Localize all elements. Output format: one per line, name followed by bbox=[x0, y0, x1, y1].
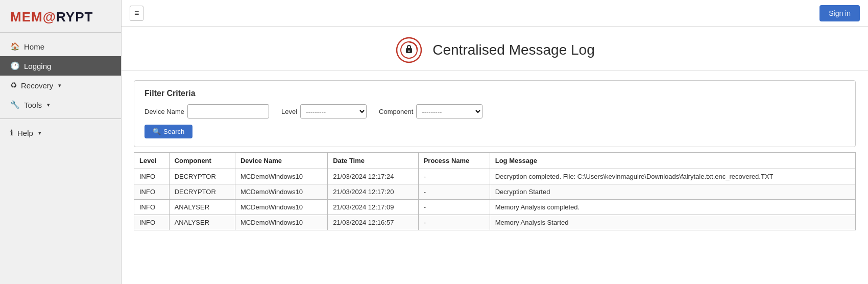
sidebar-item-tools[interactable]: 🔧 Tools ▾ bbox=[0, 95, 121, 114]
cell-level: INFO bbox=[134, 215, 170, 230]
tools-caret-icon: ▾ bbox=[47, 102, 50, 108]
table-row: INFOANALYSERMCDemoWindows1021/03/2024 12… bbox=[134, 200, 856, 215]
search-button[interactable]: 🔍 Search bbox=[144, 125, 192, 138]
cell-log-message: Decryption completed. File: C:\Users\kev… bbox=[490, 169, 855, 184]
cell-level: INFO bbox=[134, 200, 170, 215]
sidebar-item-home-label: Home bbox=[24, 42, 44, 51]
cell-date-time: 21/03/2024 12:17:24 bbox=[328, 169, 419, 184]
cell-process-name: - bbox=[418, 184, 490, 200]
device-name-group: Device Name bbox=[144, 104, 269, 119]
level-label: Level bbox=[281, 108, 297, 115]
cell-device-name: MCDemoWindows10 bbox=[235, 200, 327, 215]
header-logo-icon bbox=[395, 36, 423, 64]
table-body: INFODECRYPTORMCDemoWindows1021/03/2024 1… bbox=[134, 169, 856, 230]
sidebar-item-logging[interactable]: 🕐 Logging bbox=[0, 56, 121, 76]
cell-log-message: Memory Analysis completed. bbox=[490, 200, 855, 215]
sidebar-item-tools-label: Tools bbox=[24, 101, 42, 109]
filter-criteria-title: Filter Criteria bbox=[144, 89, 845, 98]
logging-icon: 🕐 bbox=[10, 61, 20, 70]
logo-at: @ bbox=[43, 9, 56, 25]
cell-date-time: 21/03/2024 12:17:20 bbox=[328, 184, 419, 200]
table-header: Level Component Device Name Date Time Pr… bbox=[134, 153, 856, 169]
cell-component: DECRYPTOR bbox=[169, 184, 235, 200]
cell-level: INFO bbox=[134, 169, 170, 184]
cell-level: INFO bbox=[134, 184, 170, 200]
page-title: Centralised Message Log bbox=[432, 42, 595, 58]
sidebar-item-help[interactable]: ℹ Help ▾ bbox=[0, 123, 121, 143]
component-select[interactable]: --------- DECRYPTOR ANALYSER bbox=[416, 104, 483, 119]
sign-in-button[interactable]: Sign in bbox=[819, 5, 860, 21]
home-icon: 🏠 bbox=[10, 42, 20, 51]
cell-device-name: MCDemoWindows10 bbox=[235, 184, 327, 200]
help-caret-icon: ▾ bbox=[38, 130, 41, 136]
col-component: Component bbox=[169, 153, 235, 169]
col-date-time: Date Time bbox=[328, 153, 419, 169]
sidebar-item-recovery[interactable]: ♻ Recovery ▾ bbox=[0, 76, 121, 95]
logo-mem: MEM bbox=[10, 9, 43, 25]
tools-icon: 🔧 bbox=[10, 100, 20, 109]
sidebar-item-help-label: Help bbox=[17, 129, 33, 137]
sidebar-item-recovery-label: Recovery bbox=[21, 81, 53, 90]
logo-rypt: RYPT bbox=[56, 9, 93, 25]
filter-criteria-panel: Filter Criteria Device Name Level ------… bbox=[134, 80, 856, 147]
topbar: ≡ Sign in bbox=[122, 0, 868, 27]
log-table-area: Level Component Device Name Date Time Pr… bbox=[134, 152, 856, 230]
table-row: INFODECRYPTORMCDemoWindows1021/03/2024 1… bbox=[134, 184, 856, 200]
sidebar-item-home[interactable]: 🏠 Home bbox=[0, 37, 121, 56]
col-log-message: Log Message bbox=[490, 153, 855, 169]
search-icon: 🔍 bbox=[153, 128, 161, 135]
sidebar-item-logging-label: Logging bbox=[24, 62, 51, 70]
svg-point-4 bbox=[408, 51, 410, 52]
device-name-label: Device Name bbox=[144, 108, 184, 115]
cell-log-message: Memory Analysis Started bbox=[490, 215, 855, 230]
cell-process-name: - bbox=[418, 169, 490, 184]
log-table: Level Component Device Name Date Time Pr… bbox=[134, 152, 856, 230]
recovery-icon: ♻ bbox=[10, 81, 17, 90]
cell-log-message: Decryption Started bbox=[490, 184, 855, 200]
cell-process-name: - bbox=[418, 200, 490, 215]
cell-process-name: - bbox=[418, 215, 490, 230]
col-device-name: Device Name bbox=[235, 153, 327, 169]
component-group: Component --------- DECRYPTOR ANALYSER bbox=[379, 104, 483, 119]
cell-date-time: 21/03/2024 12:16:57 bbox=[328, 215, 419, 230]
main-nav: 🏠 Home 🕐 Logging ♻ Recovery ▾ 🔧 Tools ▾ … bbox=[0, 33, 121, 143]
cell-component: ANALYSER bbox=[169, 215, 235, 230]
cell-device-name: MCDemoWindows10 bbox=[235, 215, 327, 230]
search-button-label: Search bbox=[163, 128, 184, 135]
filter-row: Device Name Level --------- INFO WARN ER… bbox=[144, 104, 845, 119]
help-icon: ℹ bbox=[10, 128, 13, 137]
device-name-input[interactable] bbox=[187, 104, 269, 119]
cell-date-time: 21/03/2024 12:17:09 bbox=[328, 200, 419, 215]
recovery-caret-icon: ▾ bbox=[58, 82, 61, 89]
col-level: Level bbox=[134, 153, 170, 169]
level-group: Level --------- INFO WARN ERROR DEBUG bbox=[281, 104, 367, 119]
hamburger-icon: ≡ bbox=[134, 9, 139, 17]
cell-component: DECRYPTOR bbox=[169, 169, 235, 184]
table-row: INFODECRYPTORMCDemoWindows1021/03/2024 1… bbox=[134, 169, 856, 184]
cell-component: ANALYSER bbox=[169, 200, 235, 215]
cell-device-name: MCDemoWindows10 bbox=[235, 169, 327, 184]
app-logo: MEM@RYPT bbox=[10, 9, 111, 25]
sidebar: MEM@RYPT 🏠 Home 🕐 Logging ♻ Recovery ▾ 🔧… bbox=[0, 0, 122, 284]
hamburger-button[interactable]: ≡ bbox=[130, 6, 143, 21]
page-header: Centralised Message Log bbox=[122, 27, 868, 71]
table-row: INFOANALYSERMCDemoWindows1021/03/2024 12… bbox=[134, 215, 856, 230]
main-content: ≡ Sign in Centralised Message Log Filter… bbox=[122, 0, 868, 284]
level-select[interactable]: --------- INFO WARN ERROR DEBUG bbox=[300, 104, 367, 119]
col-process-name: Process Name bbox=[418, 153, 490, 169]
nav-divider bbox=[0, 119, 121, 119]
logo-area: MEM@RYPT bbox=[0, 0, 121, 33]
component-label: Component bbox=[379, 108, 413, 115]
